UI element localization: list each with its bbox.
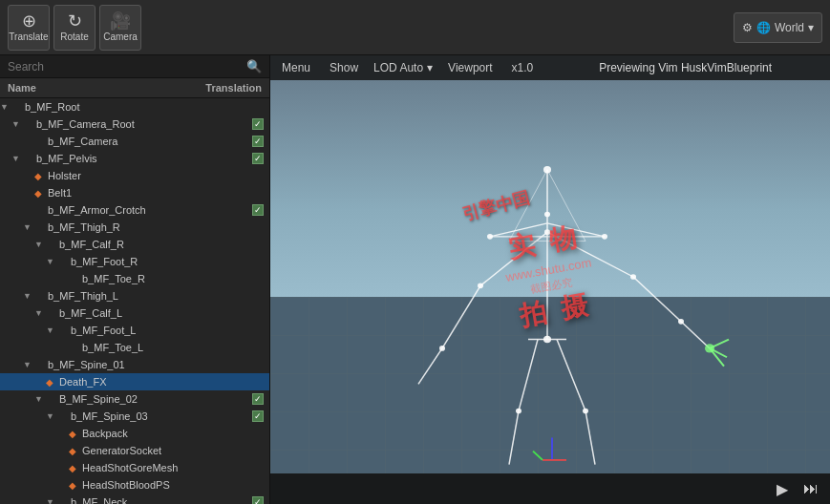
rotate-button[interactable]: ↻ Rotate (53, 5, 96, 51)
tree-item[interactable]: ◆HeadShotGoreMesh (0, 459, 269, 476)
tree-item-label: b_MF_Pelvis (36, 153, 250, 164)
translate-label: Translate (9, 32, 48, 42)
viewport-button[interactable]: Viewport (444, 59, 496, 76)
lod-selector[interactable]: LOD Auto ▾ (373, 61, 433, 74)
tree-expand-arrow[interactable]: ▼ (34, 394, 46, 404)
tree-item-checkbox[interactable]: ✓ (250, 202, 266, 218)
tree-item-label: HeadShotGoreMesh (82, 462, 266, 473)
svg-line-9 (509, 410, 519, 464)
tree-item[interactable]: ▼b_MF_Neck✓ (0, 494, 269, 504)
tree-item[interactable]: ◆Death_FX (0, 373, 269, 390)
tree-item-label: b_MF_Neck (71, 496, 250, 504)
tree-item[interactable]: ◆Holster (0, 167, 269, 184)
tree-item[interactable]: ◆HeadShotBloodPS (0, 476, 269, 494)
checkbox-indicator: ✓ (252, 393, 264, 405)
tree-item[interactable]: ◆Belt1 (0, 184, 269, 201)
tree-item[interactable]: ▼b_MF_Spine_03✓ (0, 408, 269, 425)
tree-item-label: b_MF_Calf_R (59, 239, 266, 250)
tree-expand-arrow[interactable]: ▼ (23, 222, 34, 232)
tree-item[interactable]: ▼b_MF_Foot_L (0, 322, 269, 339)
rotate-icon: ↻ (68, 12, 82, 30)
tree-item[interactable]: b_MF_Camera✓ (0, 133, 269, 150)
tree-item-checkbox[interactable]: ✓ (250, 494, 266, 504)
tree-expand-arrow[interactable]: ▼ (46, 257, 57, 266)
svg-point-24 (516, 409, 521, 414)
main-toolbar: ⊕ Translate ↻ Rotate 🎥 Camera ⚙ 🌐 World … (0, 0, 830, 55)
tree-item-label: Backpack (82, 428, 266, 439)
svg-line-35 (533, 452, 543, 460)
tree-item[interactable]: ▼b_MF_Root (0, 98, 269, 116)
show-button[interactable]: Show (326, 59, 362, 76)
tree-item-checkbox[interactable]: ✓ (250, 391, 266, 407)
tree-expand-arrow[interactable]: ▼ (23, 360, 34, 369)
viewport-toolbar: Menu Show LOD Auto ▾ Viewport x1.0 Previ… (270, 55, 830, 80)
tree-item[interactable]: ▼B_MF_Spine_02✓ (0, 390, 269, 408)
svg-line-15 (490, 223, 547, 237)
svg-line-4 (418, 348, 442, 384)
tree-expand-arrow[interactable]: ▼ (11, 154, 23, 163)
svg-point-23 (678, 319, 684, 325)
tree-item[interactable]: ▼b_MF_Calf_R (0, 236, 269, 253)
camera-button[interactable]: 🎥 Camera (99, 5, 141, 51)
tree-header: Name Translation (0, 78, 269, 98)
tree-item-label: B_MF_Spine_02 (59, 393, 250, 405)
tree-item-label: HeadShotBloodPS (82, 479, 266, 491)
tree-item-label: b_MF_Toe_L (82, 342, 266, 353)
tree-expand-arrow[interactable]: ▼ (11, 119, 23, 129)
tree-item[interactable]: ▼b_MF_Thigh_R (0, 219, 269, 236)
viewport-canvas[interactable]: 实 物 www.shutu.com 截图必究 拍 摄 引擎中国 (270, 80, 830, 473)
tree-item-label: b_MF_Foot_R (71, 256, 266, 267)
bone-tree[interactable]: ▼b_MF_Root▼b_MF_Camera_Root✓b_MF_Camera✓… (0, 98, 269, 504)
tree-item-label: b_MF_Spine_03 (71, 410, 250, 422)
tree-item[interactable]: ▼b_MF_Spine_01 (0, 356, 269, 373)
tree-expand-arrow[interactable]: ▼ (34, 240, 46, 249)
svg-point-27 (602, 234, 607, 240)
tree-item-checkbox[interactable]: ✓ (250, 116, 266, 132)
tree-item-label: Belt1 (48, 187, 266, 199)
menu-button[interactable]: Menu (278, 59, 314, 76)
skeleton-overlay (270, 80, 830, 473)
tree-item[interactable]: ▼b_MF_Camera_Root✓ (0, 116, 269, 133)
tree-item[interactable]: b_MF_Armor_Crotch✓ (0, 201, 269, 219)
tree-item[interactable]: ▼b_MF_Foot_R (0, 253, 269, 270)
play-button[interactable]: ▶ (773, 478, 792, 500)
playback-bar: ▶ ⏭ (270, 473, 830, 504)
tree-item[interactable]: ▼b_MF_Calf_L (0, 304, 269, 322)
tree-item-checkbox[interactable]: ✓ (250, 409, 266, 424)
tree-item-icon: ◆ (69, 463, 82, 473)
tree-item[interactable]: ▼b_MF_Thigh_L (0, 287, 269, 304)
tree-expand-arrow[interactable]: ▼ (0, 102, 11, 112)
tree-item[interactable]: ◆Backpack (0, 425, 269, 442)
tree-expand-arrow[interactable]: ▼ (46, 497, 57, 504)
tree-item-label: b_MF_Armor_Crotch (48, 204, 250, 216)
tree-item[interactable]: b_MF_Toe_R (0, 270, 269, 287)
viewport: Menu Show LOD Auto ▾ Viewport x1.0 Previ… (270, 55, 830, 504)
world-button[interactable]: ⚙ 🌐 World ▾ (734, 12, 822, 43)
world-settings-icon: ⚙ (742, 21, 753, 34)
tree-item[interactable]: b_MF_Toe_L (0, 339, 269, 356)
tree-item-checkbox[interactable]: ✓ (250, 151, 266, 166)
tree-expand-arrow[interactable]: ▼ (34, 308, 46, 318)
search-input[interactable] (8, 60, 241, 74)
svg-line-11 (585, 410, 595, 464)
world-globe-icon: 🌐 (756, 21, 771, 34)
translate-button[interactable]: ⊕ Translate (8, 5, 50, 51)
svg-point-17 (544, 212, 550, 218)
skip-button[interactable]: ⏭ (799, 478, 822, 499)
name-column-header: Name (8, 82, 205, 94)
tree-expand-arrow[interactable]: ▼ (46, 326, 57, 335)
tree-item-label: b_MF_Camera (48, 136, 250, 147)
svg-line-10 (557, 340, 585, 411)
tree-item[interactable]: ◆GeneratorSocket (0, 442, 269, 459)
tree-expand-arrow[interactable]: ▼ (46, 411, 57, 421)
tree-item-label: b_MF_Calf_L (59, 307, 266, 319)
translation-column-header: Translation (205, 82, 262, 94)
main-area: 🔍 Name Translation ▼b_MF_Root▼b_MF_Camer… (0, 55, 830, 504)
tree-expand-arrow[interactable]: ▼ (23, 291, 34, 301)
tree-item[interactable]: ▼b_MF_Pelvis✓ (0, 150, 269, 167)
tree-item-icon: ◆ (34, 171, 48, 181)
preview-title: Previewing Vim HuskVimBlueprint (548, 61, 822, 74)
tree-item-checkbox[interactable]: ✓ (250, 134, 266, 149)
svg-line-14 (547, 223, 605, 237)
tree-item-label: b_MF_Camera_Root (36, 118, 250, 130)
